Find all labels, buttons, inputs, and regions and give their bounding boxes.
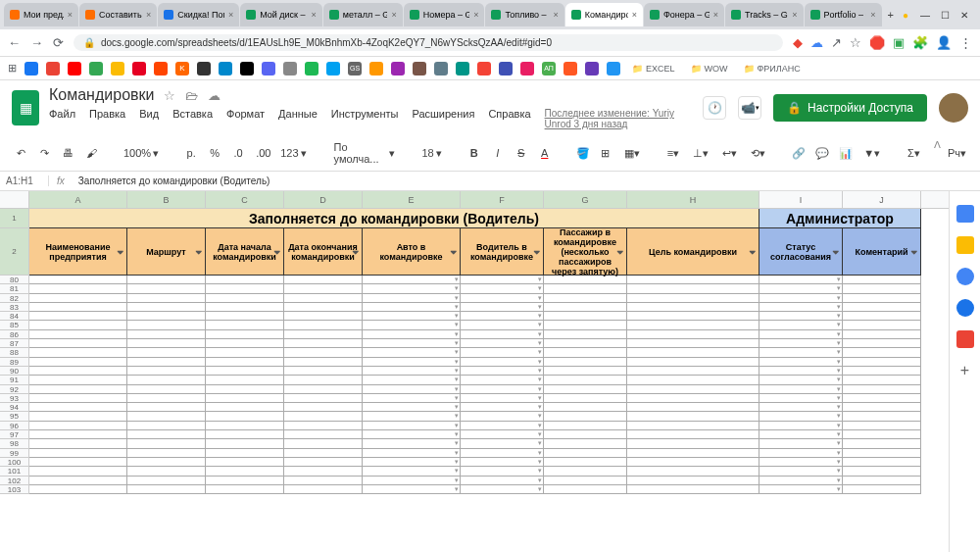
input-tools-button[interactable]: Рч▾: [944, 145, 970, 162]
decimal-decrease-button[interactable]: .0: [229, 144, 247, 162]
cell[interactable]: [544, 284, 627, 293]
paint-format-button[interactable]: 🖌: [82, 144, 100, 162]
menu-вид[interactable]: Вид: [139, 108, 159, 129]
add-addon-button[interactable]: +: [960, 362, 969, 379]
contacts-icon[interactable]: [956, 299, 974, 317]
cell[interactable]: ▾: [363, 458, 461, 467]
cell[interactable]: [843, 422, 921, 430]
forward-button[interactable]: →: [30, 35, 43, 50]
cell[interactable]: ▾: [363, 477, 461, 485]
cell[interactable]: ▾: [363, 312, 461, 321]
cell[interactable]: [544, 367, 627, 376]
column-title[interactable]: Дата окончания командировки⏷: [284, 228, 363, 276]
cell[interactable]: [843, 477, 921, 485]
cell[interactable]: [544, 330, 627, 339]
merge-button[interactable]: ▦▾: [620, 145, 644, 162]
row-header[interactable]: 95: [0, 412, 29, 421]
cell[interactable]: [127, 276, 206, 284]
cell[interactable]: [284, 485, 363, 494]
cell[interactable]: [544, 403, 627, 412]
column-title[interactable]: Коментарий⏷: [843, 228, 921, 276]
cell[interactable]: [127, 394, 206, 403]
strikethrough-button[interactable]: S: [513, 144, 530, 162]
browser-tab[interactable]: Командировки×: [565, 3, 643, 26]
cell[interactable]: [843, 321, 921, 329]
cell[interactable]: [29, 276, 127, 284]
cell[interactable]: [127, 458, 206, 467]
cell[interactable]: [843, 449, 921, 458]
cell[interactable]: [127, 467, 206, 476]
account-avatar[interactable]: [939, 93, 968, 123]
cell[interactable]: [544, 303, 627, 312]
link-button[interactable]: 🔗: [789, 144, 807, 163]
cell[interactable]: ▾: [461, 276, 544, 284]
cell[interactable]: [284, 422, 363, 430]
cell[interactable]: ▾: [461, 312, 544, 321]
extension-icon[interactable]: 🛑: [869, 35, 885, 50]
cell[interactable]: [127, 485, 206, 494]
row-header[interactable]: 2: [0, 228, 29, 276]
row-header[interactable]: 90: [0, 367, 29, 376]
currency-button[interactable]: р.: [182, 144, 200, 162]
cell[interactable]: [627, 348, 760, 357]
cell[interactable]: [284, 376, 363, 384]
cell[interactable]: [127, 385, 206, 394]
cell[interactable]: ▾: [363, 284, 461, 293]
cell[interactable]: [843, 467, 921, 476]
bookmark-icon[interactable]: [564, 62, 577, 75]
cell[interactable]: [843, 367, 921, 376]
chart-button[interactable]: 📊: [836, 144, 854, 163]
bookmark-icon[interactable]: GS: [348, 62, 362, 75]
cell[interactable]: ▾: [760, 321, 843, 329]
cell[interactable]: [284, 303, 363, 312]
extension-icon[interactable]: ▣: [893, 35, 905, 50]
cell[interactable]: ▾: [760, 312, 843, 321]
cell[interactable]: [29, 403, 127, 412]
cell[interactable]: [29, 339, 127, 348]
redo-button[interactable]: ↷: [35, 144, 53, 163]
v-align-button[interactable]: ⊥▾: [689, 145, 712, 162]
cell[interactable]: [627, 412, 760, 421]
cell[interactable]: [29, 477, 127, 485]
bookmark-icon[interactable]: [24, 62, 38, 75]
header-driver-section[interactable]: Заполняется до командировки (Водитель): [29, 209, 760, 228]
cell[interactable]: ▾: [760, 467, 843, 476]
cell[interactable]: [206, 467, 284, 476]
cell[interactable]: ▾: [461, 485, 544, 494]
menu-расширения[interactable]: Расширения: [412, 108, 474, 129]
cell[interactable]: [284, 394, 363, 403]
row-header[interactable]: 82: [0, 294, 29, 303]
filter-icon[interactable]: ⏷: [195, 247, 203, 256]
cell[interactable]: [284, 439, 363, 448]
cell[interactable]: ▾: [363, 348, 461, 357]
star-icon[interactable]: ☆: [164, 88, 175, 103]
cell[interactable]: [127, 312, 206, 321]
cell[interactable]: [627, 477, 760, 485]
cell[interactable]: [544, 376, 627, 384]
bookmark-icon[interactable]: [219, 62, 232, 75]
cell[interactable]: [127, 348, 206, 357]
extension-icon[interactable]: ◆: [793, 35, 803, 50]
column-title[interactable]: Авто в командировке⏷: [363, 228, 461, 276]
cell[interactable]: [127, 321, 206, 329]
h-align-button[interactable]: ≡▾: [663, 145, 683, 162]
cell[interactable]: [544, 312, 627, 321]
cell[interactable]: ▾: [461, 376, 544, 384]
cell[interactable]: [843, 376, 921, 384]
menu-формат[interactable]: Формат: [226, 108, 265, 129]
cell[interactable]: [544, 449, 627, 458]
cell[interactable]: [29, 294, 127, 303]
column-header[interactable]: B: [127, 191, 206, 208]
cell[interactable]: [843, 412, 921, 421]
cell[interactable]: [29, 485, 127, 494]
cell[interactable]: ▾: [760, 284, 843, 293]
row-header[interactable]: 97: [0, 430, 29, 439]
browser-tab[interactable]: Номера – Goog×: [404, 3, 485, 26]
cell[interactable]: [627, 467, 760, 476]
cell[interactable]: [627, 284, 760, 293]
cell[interactable]: [127, 430, 206, 439]
cell[interactable]: [544, 439, 627, 448]
bookmark-icon[interactable]: [607, 62, 620, 75]
collapse-toolbar-button[interactable]: ᐱ: [930, 135, 945, 154]
row-header[interactable]: 91: [0, 376, 29, 384]
